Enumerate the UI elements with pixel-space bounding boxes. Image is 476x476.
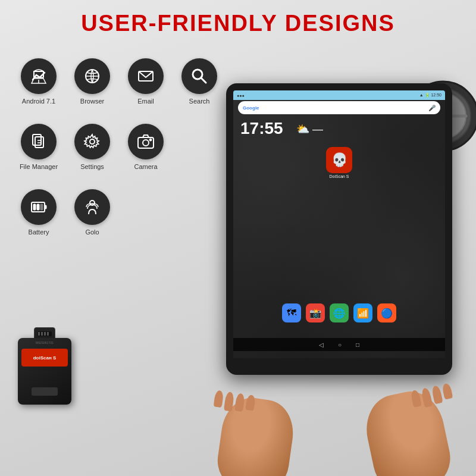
file-manager-label: File Manager — [20, 163, 58, 170]
app-icon-camera: 📸 — [306, 303, 325, 322]
golo-label: Golo — [85, 228, 99, 236]
search-icon-circle — [181, 58, 217, 94]
battery-icon — [29, 198, 48, 217]
svg-line-8 — [201, 78, 206, 83]
holding-hands — [202, 357, 458, 476]
android-label: Android 7.1 — [22, 98, 55, 105]
svg-rect-0 — [34, 77, 43, 79]
tablet-nav: ◁ ○ □ — [233, 338, 445, 351]
camera-icon-circle — [128, 124, 164, 159]
camera-icon — [136, 132, 155, 151]
tablet-small-apps: 🗺 📸 🌐 📶 🔵 — [237, 303, 441, 322]
file-manager-icon — [29, 132, 48, 151]
obd-brand-label: doiScан S — [21, 349, 68, 367]
android-weather: ⛅ — — [296, 123, 323, 136]
file-manager-icon-circle — [21, 124, 57, 159]
icons-grid: Android 7.1 Browser — [12, 54, 226, 250]
settings-label: Settings — [80, 163, 104, 170]
obd-device: M92S061T01 doiScан S — [18, 327, 77, 405]
camera-label: Camera — [134, 163, 157, 170]
page-title: USER-FRIENDLY DESIGNS — [0, 0, 476, 36]
icon-item-file-manager[interactable]: File Manager — [12, 119, 65, 184]
settings-icon-circle — [74, 124, 110, 159]
android-icon-circle — [21, 58, 57, 94]
icon-item-settings[interactable]: Settings — [65, 119, 119, 184]
searchbar-mic: 🎤 — [428, 105, 436, 111]
android-time: 17:55 — [240, 119, 283, 138]
icon-item-golo[interactable]: Golo — [65, 184, 119, 250]
settings-icon — [83, 132, 102, 151]
golo-icon-circle — [74, 189, 110, 225]
tablet-container: ●●● ▲ 🔋 12:50 Google 🎤 17:55 ⛅ — 💀 DoiSc… — [226, 83, 452, 393]
golo-icon — [83, 198, 102, 217]
center-app-group: 💀 DoiScan S — [326, 147, 352, 178]
svg-point-15 — [143, 140, 149, 146]
icon-item-camera[interactable]: Camera — [119, 119, 173, 184]
svg-rect-19 — [33, 204, 36, 210]
browser-icon — [83, 67, 102, 86]
icon-item-android[interactable]: Android 7.1 — [12, 54, 65, 119]
email-icon — [136, 67, 155, 86]
diagnostic-app-label: DoiScan S — [326, 174, 352, 178]
battery-label: Battery — [29, 228, 49, 236]
app-icon-chrome: 🔵 — [377, 303, 396, 322]
svg-rect-18 — [45, 205, 46, 209]
app-icon-maps: 🗺 — [282, 303, 301, 322]
svg-point-13 — [90, 139, 95, 144]
browser-label: Browser — [80, 98, 104, 105]
diagnostic-app-icon: 💀 — [326, 147, 352, 173]
search-icon — [190, 67, 209, 86]
email-icon-circle — [128, 58, 164, 94]
svg-rect-9 — [33, 134, 41, 145]
battery-icon-circle — [21, 189, 57, 225]
page-wrapper: USER-FRIENDLY DESIGNS Android 7.1 — [0, 0, 476, 476]
tablet-outer: ●●● ▲ 🔋 12:50 Google 🎤 17:55 ⛅ — 💀 DoiSc… — [226, 83, 452, 375]
icon-item-email[interactable]: Email — [119, 54, 173, 119]
email-label: Email — [137, 98, 154, 105]
android-icon — [29, 67, 48, 86]
google-label: Google — [243, 105, 259, 111]
app-icon-google: 🌐 — [330, 303, 349, 322]
obd-brand-text: doiScан S — [33, 355, 57, 361]
obd-port — [32, 387, 58, 396]
nav-home[interactable]: ○ — [338, 342, 342, 348]
svg-rect-10 — [35, 137, 43, 148]
icon-item-browser[interactable]: Browser — [65, 54, 119, 119]
svg-rect-21 — [40, 204, 43, 210]
android-searchbar[interactable]: Google 🎤 — [238, 101, 440, 114]
status-left: ●●● — [237, 93, 245, 98]
search-label: Search — [189, 98, 210, 105]
status-right: ▲ 🔋 12:50 — [419, 93, 441, 98]
right-fingers — [410, 383, 453, 409]
nav-back[interactable]: ◁ — [319, 342, 324, 348]
icon-item-battery[interactable]: Battery — [12, 184, 65, 250]
svg-rect-20 — [37, 204, 39, 210]
tablet-screen: ●●● ▲ 🔋 12:50 Google 🎤 17:55 ⛅ — 💀 DoiSc… — [233, 90, 445, 358]
left-fingers — [213, 390, 256, 414]
svg-point-16 — [149, 139, 152, 141]
android-statusbar: ●●● ▲ 🔋 12:50 — [233, 90, 445, 100]
browser-icon-circle — [74, 58, 110, 94]
icon-item-search[interactable]: Search — [173, 54, 226, 119]
app-icon-bluetooth: 📶 — [353, 303, 372, 322]
nav-recent[interactable]: □ — [356, 342, 359, 348]
obd-pins — [37, 331, 52, 336]
obd-body: M92S061T01 doiScан S — [18, 338, 71, 405]
obd-serial: M92S061T01 — [21, 341, 68, 345]
